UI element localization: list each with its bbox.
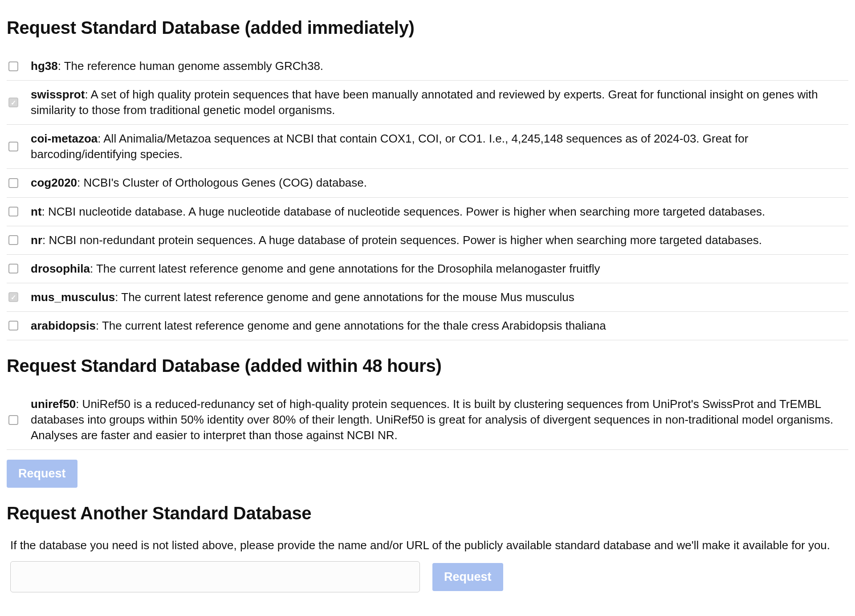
database-checkbox[interactable] [8, 61, 18, 71]
database-name: mus_musculus [31, 290, 115, 304]
database-row: drosophila: The current latest reference… [7, 255, 848, 283]
database-name: hg38 [31, 59, 58, 73]
database-row: arabidopsis: The current latest referenc… [7, 312, 848, 340]
database-name: arabidopsis [31, 319, 96, 332]
database-label: cog2020: NCBI's Cluster of Orthologous G… [31, 175, 847, 191]
request-button[interactable]: Request [7, 460, 77, 488]
heading-immediate: Request Standard Database (added immedia… [7, 16, 848, 40]
database-label: hg38: The reference human genome assembl… [31, 58, 847, 74]
database-checkbox[interactable] [8, 415, 18, 425]
request-other-button[interactable]: Request [432, 563, 503, 591]
database-description: : NCBI's Cluster of Orthologous Genes (C… [77, 176, 367, 189]
database-description: : UniRef50 is a reduced-redunancy set of… [31, 397, 833, 442]
database-description: : The current latest reference genome an… [96, 319, 606, 332]
database-row: coi-metazoa: All Animalia/Metazoa sequen… [7, 125, 848, 169]
database-name: nt [31, 205, 42, 218]
other-database-input-row: Request [7, 561, 848, 592]
database-name: nr [31, 233, 42, 247]
database-description: : All Animalia/Metazoa sequences at NCBI… [31, 132, 748, 161]
heading-other: Request Another Standard Database [7, 501, 848, 525]
database-label: nt: NCBI nucleotide database. A huge nuc… [31, 204, 847, 220]
database-row: mus_musculus: The current latest referen… [7, 283, 848, 312]
database-row: nr: NCBI non-redundant protein sequences… [7, 226, 848, 255]
database-label: uniref50: UniRef50 is a reduced-redunanc… [31, 396, 847, 443]
database-description: : The current latest reference genome an… [115, 290, 574, 304]
heading-48h: Request Standard Database (added within … [7, 354, 848, 378]
database-name: cog2020 [31, 176, 77, 189]
database-name: coi-metazoa [31, 132, 98, 145]
database-checkbox[interactable] [8, 292, 18, 302]
database-checkbox[interactable] [8, 321, 18, 330]
database-checkbox[interactable] [8, 98, 18, 107]
database-name: swissprot [31, 88, 85, 101]
database-row: uniref50: UniRef50 is a reduced-redunanc… [7, 390, 848, 450]
database-label: mus_musculus: The current latest referen… [31, 290, 847, 305]
database-description: : NCBI non-redundant protein sequences. … [42, 233, 762, 247]
database-checkbox[interactable] [8, 142, 18, 151]
database-checkbox[interactable] [8, 207, 18, 216]
database-name: drosophila [31, 262, 90, 275]
database-list-immediate: hg38: The reference human genome assembl… [7, 52, 848, 340]
database-description: : The reference human genome assembly GR… [58, 59, 323, 73]
database-description: : The current latest reference genome an… [90, 262, 600, 275]
database-description: : A set of high quality protein sequence… [31, 88, 818, 117]
database-label: drosophila: The current latest reference… [31, 261, 847, 277]
database-label: nr: NCBI non-redundant protein sequences… [31, 233, 847, 248]
database-label: coi-metazoa: All Animalia/Metazoa sequen… [31, 131, 847, 162]
other-database-input[interactable] [10, 561, 420, 592]
database-description: : NCBI nucleotide database. A huge nucle… [42, 205, 765, 218]
database-label: swissprot: A set of high quality protein… [31, 87, 847, 118]
database-list-48h: uniref50: UniRef50 is a reduced-redunanc… [7, 390, 848, 450]
database-checkbox[interactable] [8, 235, 18, 245]
database-row: swissprot: A set of high quality protein… [7, 81, 848, 125]
database-checkbox[interactable] [8, 264, 18, 273]
database-row: nt: NCBI nucleotide database. A huge nuc… [7, 198, 848, 226]
database-row: cog2020: NCBI's Cluster of Orthologous G… [7, 169, 848, 197]
other-database-note: If the database you need is not listed a… [7, 538, 848, 553]
database-row: hg38: The reference human genome assembl… [7, 52, 848, 81]
database-checkbox[interactable] [8, 178, 18, 188]
database-name: uniref50 [31, 397, 76, 411]
database-label: arabidopsis: The current latest referenc… [31, 318, 847, 334]
